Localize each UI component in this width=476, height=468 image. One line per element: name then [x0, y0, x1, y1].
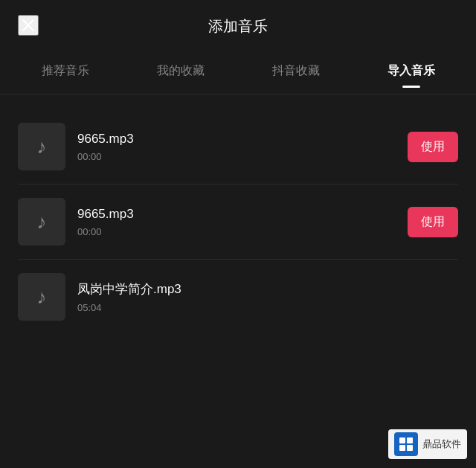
close-button[interactable] — [18, 15, 39, 36]
music-list: ♪ 9665.mp3 00:00 使用 ♪ 9665.mp3 00:00 使用 … — [0, 102, 476, 342]
svg-rect-4 — [399, 445, 405, 451]
music-note-icon: ♪ — [37, 135, 47, 158]
svg-rect-2 — [399, 437, 405, 443]
music-name: 9665.mp3 — [77, 132, 396, 147]
music-duration: 00:00 — [77, 226, 396, 237]
music-duration: 00:00 — [77, 151, 396, 162]
music-duration: 05:04 — [77, 302, 458, 313]
use-button[interactable]: 使用 — [408, 132, 458, 162]
music-note-icon: ♪ — [37, 286, 47, 309]
svg-rect-3 — [407, 437, 413, 443]
list-item: ♪ 9665.mp3 00:00 使用 — [0, 109, 476, 184]
page-title: 添加音乐 — [208, 16, 268, 36]
music-name: 9665.mp3 — [77, 207, 396, 222]
music-thumbnail: ♪ — [18, 198, 65, 246]
watermark: 鼎品软件 — [388, 429, 467, 459]
tab-douyin-collection[interactable]: 抖音收藏 — [265, 57, 327, 88]
music-info: 9665.mp3 00:00 — [77, 132, 396, 162]
music-note-icon: ♪ — [37, 211, 47, 234]
tab-bar: 推荐音乐 我的收藏 抖音收藏 导入音乐 — [0, 50, 476, 88]
svg-rect-5 — [407, 445, 413, 451]
music-info: 9665.mp3 00:00 — [77, 207, 396, 237]
list-item: ♪ 凤岗中学简介.mp3 05:04 — [0, 260, 476, 334]
music-thumbnail: ♪ — [18, 273, 65, 321]
tab-my-collection[interactable]: 我的收藏 — [149, 57, 212, 88]
watermark-text: 鼎品软件 — [422, 437, 461, 451]
music-info: 凤岗中学简介.mp3 05:04 — [77, 281, 458, 313]
music-name: 凤岗中学简介.mp3 — [77, 281, 458, 298]
tab-recommend[interactable]: 推荐音乐 — [34, 57, 97, 88]
list-item: ♪ 9665.mp3 00:00 使用 — [0, 185, 476, 259]
tab-divider — [0, 94, 476, 94]
use-button[interactable]: 使用 — [408, 207, 458, 237]
header: 添加音乐 — [0, 0, 476, 50]
tab-import[interactable]: 导入音乐 — [380, 57, 443, 88]
watermark-logo — [394, 432, 418, 456]
music-thumbnail: ♪ — [18, 123, 65, 170]
